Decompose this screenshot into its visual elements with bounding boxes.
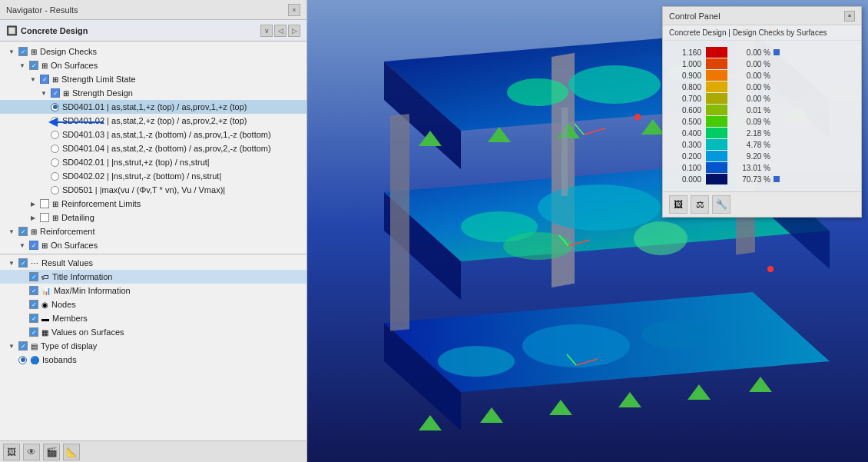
strength-limit-state-label: Strength Limit State (61, 75, 136, 84)
checkbox-on-surfaces-1[interactable] (29, 61, 38, 70)
tree-item-strength-limit-state[interactable]: ▼ ✓ ⊞ Strength Limit State (0, 72, 306, 86)
cp-balance-button[interactable]: ⚖ (691, 195, 709, 214)
color-scale-row: 0.7000.00 % (672, 93, 852, 104)
radio-sd0401-01[interactable] (51, 103, 59, 111)
checkbox-reinforcement[interactable] (18, 227, 28, 236)
tree-item-sd0402-01[interactable]: SD0402.01 | |ns,strut,+z (top) / ns,stru… (0, 155, 306, 169)
expander-reinforcement-limits[interactable]: ▶ (28, 198, 38, 209)
tree-item-design-checks[interactable]: ▼ ⊞ Design Checks (0, 45, 306, 58)
color-scale-row: 0.9000.00 % (672, 70, 852, 81)
scale-percent: 0.00 % (732, 71, 770, 80)
on-surfaces-1-icon: ⊞ (41, 61, 48, 70)
scale-color-bar (706, 47, 727, 58)
checkbox-reinforcement-limits[interactable] (40, 199, 49, 208)
tree-item-reinforcement-limits[interactable]: ▶ ⊞ Reinforcement Limits (0, 197, 306, 211)
expander-design-checks[interactable]: ▼ (6, 46, 17, 57)
checkbox-on-surfaces-2[interactable]: ✓ (29, 241, 38, 250)
checkbox-design-checks[interactable] (18, 47, 28, 56)
blue-arrow-annotation (42, 114, 104, 129)
expander-strength-design[interactable]: ▼ (38, 88, 49, 98)
svg-point-22 (641, 321, 711, 348)
checkbox-result-values[interactable] (18, 258, 28, 268)
radio-sd0401-03[interactable] (51, 131, 59, 139)
checkbox-nodes[interactable] (29, 300, 38, 309)
radio-sd0501[interactable] (51, 186, 59, 194)
tree-item-title-information[interactable]: 🏷 Title Information (0, 270, 306, 284)
checkbox-title-info[interactable] (29, 272, 38, 281)
tree-item-detailing[interactable]: ▶ ⊞ Detailing (0, 211, 306, 224)
checkbox-strength-limit-state[interactable]: ✓ (40, 75, 49, 84)
tree-item-isobands[interactable]: 🔵 Isobands (0, 353, 306, 367)
svg-point-21 (522, 324, 630, 367)
tree-item-on-surfaces-1[interactable]: ▼ ⊞ On Surfaces (0, 58, 306, 72)
on-surfaces-1-label: On Surfaces (51, 61, 98, 70)
checkbox-type-display[interactable] (18, 341, 28, 351)
toolbar-image-button[interactable]: 🖼 (3, 444, 20, 460)
cp-export-button[interactable]: 🖼 (669, 195, 687, 214)
forward-button[interactable]: ▷ (288, 25, 300, 37)
scale-color-bar (706, 174, 727, 184)
tree-item-sd0401-04[interactable]: SD0401.04 | as,stat,2,-z (bottom) / as,p… (0, 141, 306, 155)
tree-item-sd0402-02[interactable]: SD0402.02 | |ns,strut,-z (bottom) / ns,s… (0, 169, 306, 183)
control-panel: Control Panel × Concrete Design | Design… (662, 6, 862, 218)
checkbox-values-surfaces[interactable] (29, 327, 38, 337)
expander-on-surfaces-1[interactable]: ▼ (17, 60, 28, 71)
checkbox-members[interactable] (29, 314, 38, 323)
tree-item-sd0401-03[interactable]: SD0401.03 | as,stat,1,-z (bottom) / as,p… (0, 128, 306, 141)
svg-point-19 (634, 221, 687, 255)
tree-item-result-values[interactable]: ▼ ⋯ Result Values (0, 256, 306, 270)
tree-item-reinforcement[interactable]: ▼ ⊞ Reinforcement (0, 224, 306, 238)
scale-color-bar (706, 128, 727, 138)
scale-color-bar (706, 139, 727, 150)
toolbar-ruler-button[interactable]: 📐 (63, 444, 80, 460)
expander-result-values[interactable]: ▼ (6, 258, 17, 268)
checkbox-max-min[interactable] (29, 286, 38, 295)
toolbar-animate-button[interactable]: 🎬 (43, 444, 60, 460)
color-scale-row: 0.6000.01 % (672, 105, 852, 115)
expander-strength-limit-state[interactable]: ▼ (28, 74, 38, 85)
scale-color-bar (706, 58, 727, 69)
expand-button[interactable]: ∨ (260, 25, 273, 37)
expander-nodes (17, 299, 28, 310)
sd0401-03-label: SD0401.03 | as,stat,1,-z (bottom) / as,p… (62, 130, 271, 139)
title-info-icon: 🏷 (41, 273, 49, 281)
result-values-label: Result Values (41, 258, 93, 268)
svg-rect-12 (390, 114, 409, 331)
scale-percent: 9.20 % (732, 152, 770, 161)
control-panel-toolbar: 🖼 ⚖ 🔧 (663, 191, 861, 217)
svg-point-13 (568, 65, 661, 104)
tree-item-sd0501[interactable]: SD0501 | |max(vu / (Φv,T * vn), Vu / Vma… (0, 183, 306, 197)
back-button[interactable]: ◁ (274, 25, 287, 37)
radio-sd0402-01[interactable] (51, 158, 59, 167)
scale-value: 0.300 (672, 141, 701, 149)
navigator-close-button[interactable]: × (288, 4, 300, 16)
svg-point-40 (767, 266, 774, 272)
tree-item-max-min[interactable]: 📊 Max/Min Information (0, 284, 306, 297)
expander-members (17, 313, 28, 324)
tree-item-values-on-surfaces[interactable]: ▦ Values on Surfaces (0, 325, 306, 339)
tree-item-members[interactable]: ▬ Members (0, 311, 306, 325)
control-panel-close-button[interactable]: × (844, 11, 855, 22)
cp-settings-button[interactable]: 🔧 (712, 195, 731, 214)
expander-on-surfaces-2[interactable]: ▼ (17, 240, 28, 251)
scale-value: 0.100 (672, 164, 701, 172)
tree-item-nodes[interactable]: ◉ Nodes (0, 297, 306, 311)
radio-sd0402-02[interactable] (51, 172, 59, 181)
expander-reinforcement[interactable]: ▼ (6, 226, 17, 237)
tree-item-on-surfaces-2[interactable]: ▼ ✓ ⊞ On Surfaces (0, 238, 306, 252)
radio-isobands[interactable] (18, 356, 27, 364)
scale-value: 0.200 (672, 152, 701, 161)
toolbar-view-button[interactable]: 👁 (23, 444, 40, 460)
checkbox-strength-design[interactable]: ✓ (51, 88, 60, 98)
color-scale: 1.1600.00 %1.0000.00 %0.9000.00 %0.8000.… (663, 41, 861, 191)
tree-item-type-of-display[interactable]: ▼ ▤ Type of display (0, 339, 306, 353)
control-panel-subtitle: Concrete Design | Design Checks by Surfa… (663, 25, 861, 41)
tree-item-sd0401-01[interactable]: SD0401.01 | as,stat,1,+z (top) / as,prov… (0, 100, 306, 114)
tree-item-strength-design[interactable]: ▼ ✓ ⊞ Strength Design (0, 86, 306, 100)
expander-type-display[interactable]: ▼ (6, 341, 17, 351)
checkbox-detailing[interactable] (40, 213, 49, 222)
radio-sd0401-04[interactable] (51, 145, 59, 153)
expander-detailing[interactable]: ▶ (28, 212, 38, 223)
control-panel-title: Control Panel (669, 12, 721, 21)
color-scale-row: 1.0000.00 % (672, 58, 852, 69)
